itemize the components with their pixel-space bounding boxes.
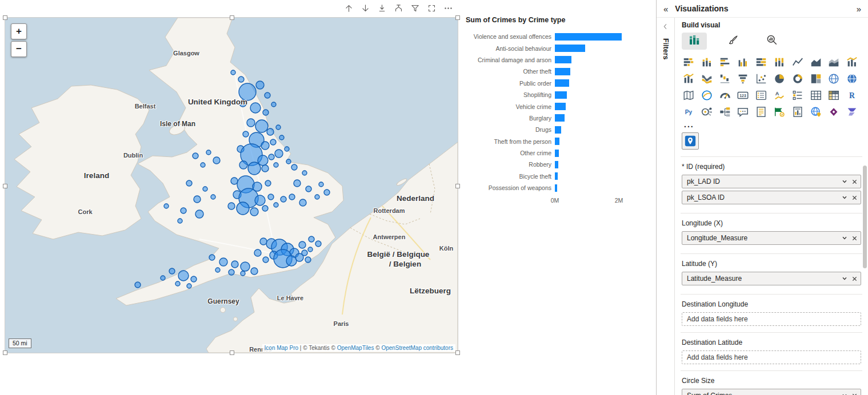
zoom-in-button[interactable]: + <box>11 23 27 39</box>
resize-handle-e[interactable] <box>455 184 460 188</box>
crime-bubble[interactable] <box>291 164 297 170</box>
crime-bubble[interactable] <box>262 205 268 211</box>
drill-up-icon[interactable] <box>343 2 354 14</box>
crime-bubble[interactable] <box>237 202 249 215</box>
viz-shape-map[interactable] <box>681 88 697 102</box>
crime-bubble[interactable] <box>279 135 284 140</box>
empty-field-well[interactable]: Add data fields here <box>682 312 861 326</box>
viz-azure-map[interactable] <box>699 88 715 102</box>
chart-bar-public-order[interactable] <box>555 79 569 87</box>
drill-down-icon[interactable] <box>359 2 371 14</box>
field-pill-longitude-measure[interactable]: Longitude_Measure <box>682 231 861 245</box>
viz-line-and-stacked-column-chart[interactable] <box>844 55 860 69</box>
viz-100-stacked-column-chart[interactable] <box>771 55 787 69</box>
crime-bubble[interactable] <box>324 190 330 195</box>
viz-stacked-bar-chart[interactable] <box>681 55 697 69</box>
crime-bubble[interactable] <box>281 196 286 202</box>
viz-scatter-chart[interactable] <box>753 72 769 86</box>
resize-handle-n[interactable] <box>230 15 234 20</box>
chart-bar-other-theft[interactable] <box>555 68 570 75</box>
crime-bubble[interactable] <box>243 131 249 137</box>
viz-multi-row-card[interactable] <box>753 88 769 102</box>
field-pill-sum-of-crimes[interactable]: Sum of Crimes <box>682 389 861 395</box>
crime-bubble[interactable] <box>187 284 191 288</box>
viz-donut-chart[interactable] <box>790 72 806 86</box>
crime-bubble[interactable] <box>276 125 281 130</box>
crime-bubble[interactable] <box>239 83 256 100</box>
pane-scrollbar-thumb[interactable] <box>863 166 867 268</box>
chevron-down-icon[interactable] <box>842 276 847 281</box>
crime-bubble[interactable] <box>265 180 271 186</box>
crime-bubble[interactable] <box>274 203 278 207</box>
crime-bubble[interactable] <box>229 269 234 275</box>
viz-r-script-visual[interactable]: R <box>844 88 860 102</box>
chart-bar-violence-and-sexual-offences[interactable] <box>555 33 622 41</box>
crime-bubble[interactable] <box>241 271 245 276</box>
viz-kpi[interactable]: A <box>771 88 787 102</box>
viz-gauge[interactable] <box>717 88 733 102</box>
crime-bubble[interactable] <box>319 182 323 187</box>
chevron-down-icon[interactable] <box>842 393 847 395</box>
resize-handle-ne[interactable] <box>455 15 460 20</box>
crime-bubble[interactable] <box>213 157 220 164</box>
chart-bar-burglary[interactable] <box>555 114 565 122</box>
resize-handle-sw[interactable] <box>3 350 7 355</box>
crime-bubble[interactable] <box>231 261 238 268</box>
crime-bubble[interactable] <box>305 257 311 263</box>
chart-bar-drugs[interactable] <box>555 126 561 134</box>
crime-bubble[interactable] <box>286 256 297 266</box>
crime-bubble[interactable] <box>178 271 189 281</box>
crime-bubble[interactable] <box>262 165 269 172</box>
crime-bubble[interactable] <box>263 110 269 115</box>
viz-table[interactable] <box>808 88 824 102</box>
remove-field-icon[interactable] <box>852 236 857 241</box>
crime-bubble[interactable] <box>231 70 235 75</box>
crime-bubble[interactable] <box>211 195 215 199</box>
crime-bubble[interactable] <box>251 268 258 275</box>
attribution-link[interactable]: Icon Map Pro <box>265 345 298 351</box>
remove-field-icon[interactable] <box>852 179 857 184</box>
viz-paginated-report[interactable] <box>790 105 806 119</box>
chart-bar-robbery[interactable] <box>555 161 558 168</box>
crime-bubble[interactable] <box>231 178 238 184</box>
crime-bubble[interactable] <box>194 196 201 203</box>
resize-handle-w[interactable] <box>3 184 7 188</box>
tab-build-visual[interactable] <box>682 33 707 50</box>
viz-100-stacked-bar-chart[interactable] <box>753 55 769 69</box>
viz-decomposition-tree[interactable] <box>717 105 733 119</box>
crime-bubble[interactable] <box>250 208 258 216</box>
viz-pie-chart[interactable] <box>771 72 787 86</box>
chart-bar-possession-of-weapons[interactable] <box>555 184 557 192</box>
crime-bubble[interactable] <box>238 76 244 82</box>
viz-card[interactable]: 123 <box>735 88 751 102</box>
crime-bubble[interactable] <box>175 281 180 286</box>
crime-bubble[interactable] <box>275 150 283 158</box>
chevron-down-icon[interactable] <box>842 195 847 200</box>
crime-bubble[interactable] <box>268 194 274 200</box>
chart-bar-vehicle-crime[interactable] <box>555 103 566 110</box>
crime-bubble[interactable] <box>135 282 141 288</box>
viz-filled-map[interactable] <box>844 72 860 86</box>
crime-bubble[interactable] <box>265 92 270 98</box>
crime-bubble[interactable] <box>215 268 220 272</box>
icon-map-pro-visual[interactable]: GlasgowUnited KingdomBelfastIsle of ManD… <box>5 17 458 353</box>
viz-clustered-bar-chart[interactable] <box>717 55 733 69</box>
crime-bubble[interactable] <box>201 163 205 167</box>
crime-bubble[interactable] <box>164 204 169 208</box>
resize-handle-s[interactable] <box>230 350 234 355</box>
crime-bubble[interactable] <box>270 139 276 145</box>
viz-icon-map-pro[interactable] <box>682 132 699 150</box>
crime-bubble[interactable] <box>315 241 321 247</box>
crime-bubble[interactable] <box>228 203 235 209</box>
chevron-down-icon[interactable] <box>842 179 847 184</box>
bar-chart-visual[interactable]: Sum of Crimes by Crime type Violence and… <box>465 16 634 221</box>
crime-bubble[interactable] <box>255 195 265 205</box>
crime-bubble[interactable] <box>269 154 274 160</box>
crime-bubble[interactable] <box>241 262 250 271</box>
expand-pane-icon[interactable]: » <box>857 5 861 13</box>
expand-filters-icon[interactable] <box>662 22 669 33</box>
tab-analytics[interactable] <box>759 33 785 50</box>
viz-q-and-a[interactable] <box>735 105 751 119</box>
crime-bubble[interactable] <box>209 255 215 260</box>
crime-bubble[interactable] <box>302 171 307 175</box>
